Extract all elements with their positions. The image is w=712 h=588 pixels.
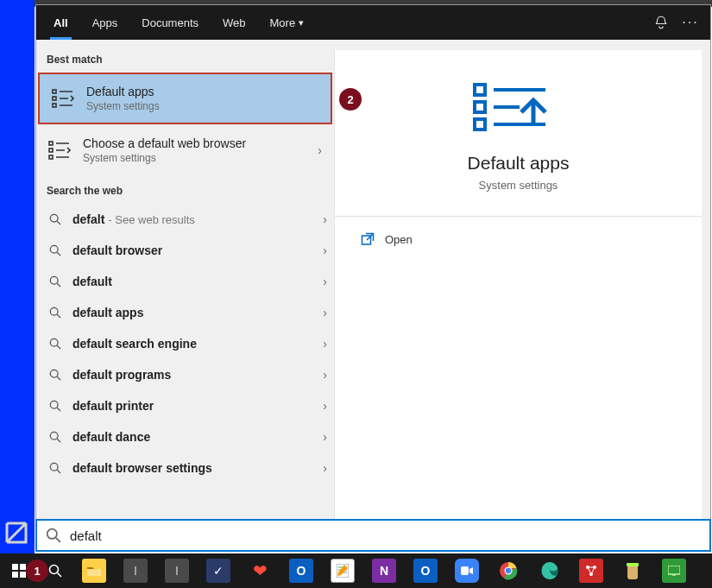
more-icon[interactable]: ··· bbox=[676, 5, 705, 40]
svg-point-19 bbox=[47, 529, 57, 539]
search-input[interactable] bbox=[70, 528, 701, 543]
taskbar: I I ✓ ❤ O N O bbox=[0, 553, 712, 588]
result-choose-browser[interactable]: Choose a default web browser System sett… bbox=[36, 124, 334, 176]
taskbar-app-red[interactable] bbox=[573, 557, 609, 585]
web-result[interactable]: default browser › bbox=[36, 235, 334, 266]
svg-point-6 bbox=[50, 214, 58, 222]
svg-rect-4 bbox=[49, 149, 53, 152]
web-result-term: default browser bbox=[72, 243, 162, 257]
search-icon bbox=[48, 430, 62, 444]
svg-point-12 bbox=[50, 401, 58, 408]
svg-rect-2 bbox=[53, 104, 56, 107]
svg-rect-34 bbox=[627, 563, 639, 566]
search-icon bbox=[48, 399, 62, 413]
search-icon bbox=[48, 368, 62, 382]
taskbar-zoom[interactable] bbox=[449, 557, 485, 585]
result-default-apps[interactable]: Default apps System settings bbox=[38, 73, 332, 124]
default-apps-icon bbox=[471, 81, 566, 136]
chevron-right-icon: › bbox=[323, 337, 327, 351]
taskbar-app-grey-2[interactable]: I bbox=[159, 557, 195, 585]
search-icon bbox=[48, 461, 62, 475]
web-result[interactable]: default printer › bbox=[36, 390, 334, 421]
svg-rect-21 bbox=[20, 564, 26, 570]
taskbar-app-check[interactable]: ✓ bbox=[200, 557, 236, 585]
web-result-term: default apps bbox=[72, 306, 143, 319]
taskbar-notepad[interactable] bbox=[324, 557, 361, 585]
tab-all-label: All bbox=[54, 16, 68, 29]
tab-apps[interactable]: Apps bbox=[80, 5, 130, 40]
open-button[interactable]: Open bbox=[345, 225, 691, 253]
svg-point-24 bbox=[50, 566, 59, 574]
taskbar-explorer[interactable] bbox=[76, 557, 112, 585]
web-result-term: default search engine bbox=[72, 337, 197, 351]
search-icon bbox=[48, 306, 62, 319]
tab-documents[interactable]: Documents bbox=[129, 5, 211, 40]
web-result[interactable]: default dance › bbox=[36, 421, 334, 452]
chevron-right-icon: › bbox=[323, 399, 327, 413]
web-result[interactable]: default programs › bbox=[36, 359, 334, 390]
taskbar-chrome[interactable] bbox=[490, 557, 526, 585]
tab-documents-label: Documents bbox=[142, 16, 198, 29]
svg-rect-20 bbox=[12, 564, 18, 570]
chevron-right-icon: › bbox=[323, 243, 327, 257]
settings-list-icon bbox=[47, 137, 72, 163]
web-result[interactable]: defalt - See web results › bbox=[36, 204, 334, 235]
tab-web[interactable]: Web bbox=[211, 5, 258, 40]
taskbar-outlook-2[interactable]: O bbox=[407, 557, 444, 585]
web-result-term: default bbox=[72, 275, 112, 288]
taskbar-app-jar[interactable] bbox=[614, 557, 651, 585]
tab-all[interactable]: All bbox=[41, 5, 80, 40]
web-result-term: default printer bbox=[72, 399, 154, 413]
web-result[interactable]: default browser settings › bbox=[36, 452, 334, 484]
chevron-right-icon: › bbox=[323, 430, 327, 444]
chevron-right-icon: › bbox=[323, 275, 327, 288]
web-result[interactable]: default › bbox=[36, 266, 334, 297]
web-result-suffix: - See web results bbox=[108, 213, 194, 226]
svg-rect-16 bbox=[475, 102, 485, 112]
chevron-right-icon: › bbox=[318, 143, 322, 157]
search-icon bbox=[46, 528, 61, 543]
result-titles: Default apps System settings bbox=[86, 85, 160, 112]
settings-list-icon bbox=[50, 85, 76, 111]
taskbar-app-grey-1[interactable]: I bbox=[117, 557, 154, 585]
web-result-term: default dance bbox=[72, 430, 150, 444]
svg-rect-0 bbox=[53, 90, 56, 93]
svg-rect-1 bbox=[53, 97, 56, 100]
web-result[interactable]: default apps › bbox=[36, 297, 334, 328]
annotation-badge-1: 1 bbox=[26, 560, 48, 582]
preview-title: Default apps bbox=[345, 153, 691, 174]
chevron-right-icon: › bbox=[323, 212, 327, 226]
tab-more-label: More bbox=[270, 16, 296, 29]
taskbar-outlook-1[interactable]: O bbox=[283, 557, 319, 585]
divider bbox=[335, 216, 702, 217]
annotation-badge-2: 2 bbox=[339, 88, 362, 111]
svg-point-9 bbox=[50, 307, 58, 315]
search-bar[interactable] bbox=[35, 519, 711, 552]
tab-apps-label: Apps bbox=[92, 16, 118, 29]
chevron-right-icon: › bbox=[323, 368, 327, 382]
result-title: Choose a default web browser bbox=[83, 136, 246, 150]
taskbar-app-heart[interactable]: ❤ bbox=[242, 557, 278, 585]
web-result-term: default programs bbox=[72, 368, 171, 382]
web-result[interactable]: default search engine › bbox=[36, 328, 334, 359]
svg-rect-15 bbox=[475, 85, 485, 95]
svg-point-29 bbox=[506, 568, 512, 574]
result-title: Default apps bbox=[86, 85, 160, 98]
feedback-icon[interactable] bbox=[646, 5, 676, 40]
tab-more[interactable]: More▾ bbox=[258, 5, 317, 40]
web-result-term: defalt bbox=[72, 212, 104, 226]
open-label: Open bbox=[385, 233, 413, 246]
taskbar-edge[interactable] bbox=[532, 557, 568, 585]
svg-rect-26 bbox=[461, 566, 469, 575]
svg-point-14 bbox=[50, 463, 58, 471]
svg-point-13 bbox=[50, 432, 58, 439]
taskbar-onenote[interactable]: N bbox=[366, 557, 402, 585]
svg-rect-23 bbox=[20, 572, 26, 578]
svg-rect-3 bbox=[49, 142, 53, 145]
search-icon bbox=[48, 275, 62, 288]
svg-rect-22 bbox=[12, 572, 18, 578]
chevron-right-icon: › bbox=[323, 461, 327, 475]
taskbar-app-green[interactable] bbox=[656, 557, 692, 585]
svg-point-11 bbox=[50, 370, 58, 377]
svg-rect-17 bbox=[475, 119, 485, 130]
